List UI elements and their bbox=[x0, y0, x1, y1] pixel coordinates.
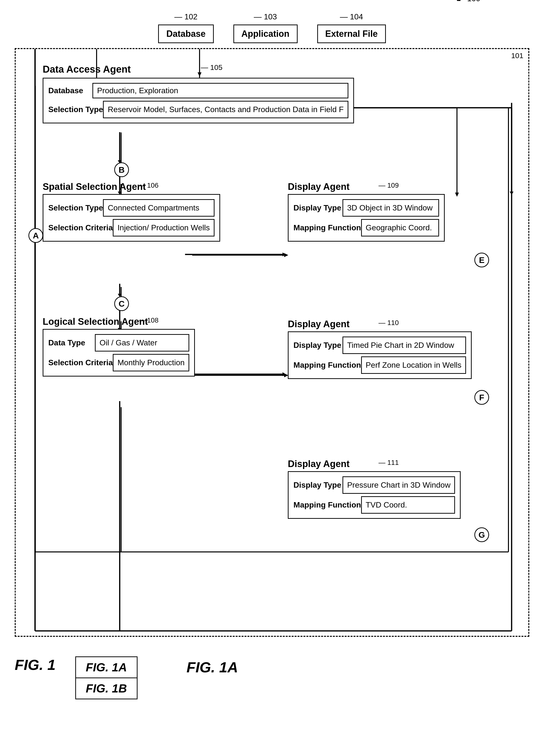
spatial-agent-box: Selection Type Connected Compartments Se… bbox=[43, 194, 220, 242]
la-label-criteria: Selection Criteria bbox=[48, 354, 113, 371]
ref-102: — 102 bbox=[174, 12, 197, 21]
la-label-datatype: Data Type bbox=[48, 334, 95, 352]
daa-row-seltype: Selection Type Reservoir Model, Surfaces… bbox=[48, 101, 348, 118]
la-value-datatype: Oil / Gas / Water bbox=[95, 334, 189, 352]
display-agent-111-box: Display Type Pressure Chart in 3D Window… bbox=[288, 471, 461, 519]
fig-box-group: FIG. 1A FIG. 1B bbox=[75, 656, 138, 699]
fig-main-label: FIG. 1 bbox=[15, 656, 56, 673]
ref-100-label: ↙ 100 bbox=[455, 0, 480, 4]
la-row-datatype: Data Type Oil / Gas / Water bbox=[48, 334, 189, 352]
display-agent-109-section: Display Agent — 109 Display Type 3D Obje… bbox=[288, 182, 445, 242]
da109-row-display: Display Type 3D Object in 3D Window bbox=[293, 199, 439, 217]
connector-b: B bbox=[114, 162, 129, 177]
logical-agent-box: Data Type Oil / Gas / Water Selection Cr… bbox=[43, 329, 195, 377]
da110-label-mapping: Mapping Function bbox=[293, 356, 361, 374]
display-agent-111-title: Display Agent bbox=[288, 459, 461, 469]
database-source-box: Database bbox=[158, 25, 214, 43]
sa-value-seltype: Connected Compartments bbox=[103, 199, 214, 217]
la-value-criteria: Monthly Production bbox=[113, 354, 189, 371]
connector-f: F bbox=[474, 390, 489, 405]
sa-row-seltype: Selection Type Connected Compartments bbox=[48, 199, 215, 217]
application-source-box: Application bbox=[234, 25, 297, 43]
connector-g: G bbox=[474, 527, 489, 542]
fig-section: FIG. 1 FIG. 1A FIG. 1B FIG. 1A bbox=[15, 656, 529, 699]
da110-value-display: Timed Pie Chart in 2D Window bbox=[342, 337, 466, 354]
page-wrapper: — 102 Database — 103 Application — 104 E… bbox=[15, 10, 529, 699]
sa-row-criteria: Selection Criteria Injection/ Production… bbox=[48, 219, 215, 236]
svg-marker-42 bbox=[510, 192, 514, 195]
da109-label-display: Display Type bbox=[293, 199, 342, 217]
display-agent-110-box: Display Type Timed Pie Chart in 2D Windo… bbox=[288, 331, 472, 379]
spatial-agent-ref: — 106 bbox=[138, 182, 159, 189]
main-dashed-container: 101 bbox=[15, 48, 529, 637]
da110-label-display: Display Type bbox=[293, 337, 342, 354]
svg-marker-19 bbox=[284, 253, 288, 257]
da110-row-mapping: Mapping Function Perf Zone Location in W… bbox=[293, 356, 466, 374]
daa-value-seltype: Reservoir Model, Surfaces, Contacts and … bbox=[103, 101, 348, 118]
svg-marker-44 bbox=[282, 252, 285, 256]
spatial-agent-section: Spatial Selection Agent — 106 Selection … bbox=[43, 182, 220, 242]
da109-value-display: 3D Object in 3D Window bbox=[342, 199, 439, 217]
ref-101-label: 101 bbox=[511, 52, 523, 60]
ref-104: — 104 bbox=[340, 12, 363, 21]
da111-row-mapping: Mapping Function TVD Coord. bbox=[293, 496, 455, 514]
daa-value-database: Production, Exploration bbox=[92, 83, 348, 98]
da109-value-mapping: Geographic Coord. bbox=[361, 219, 439, 236]
da111-value-mapping: TVD Coord. bbox=[361, 496, 455, 514]
da110-value-mapping: Perf Zone Location in Wells bbox=[361, 356, 466, 374]
display-agent-109-title: Display Agent bbox=[288, 182, 445, 192]
ref-103: — 103 bbox=[254, 12, 277, 21]
top-sources-row: — 102 Database — 103 Application — 104 E… bbox=[15, 10, 529, 43]
da111-value-display: Pressure Chart in 3D Window bbox=[342, 476, 455, 494]
da110-row-display: Display Type Timed Pie Chart in 2D Windo… bbox=[293, 337, 466, 354]
la-row-criteria: Selection Criteria Monthly Production bbox=[48, 354, 189, 371]
display-agent-111-ref: — 111 bbox=[378, 459, 399, 467]
svg-marker-17 bbox=[455, 193, 459, 197]
connector-e: E bbox=[474, 253, 489, 267]
daa-label-database: Database bbox=[48, 86, 92, 95]
data-access-agent-box: Database Production, Exploration Selecti… bbox=[43, 78, 354, 123]
external-file-source-box: External File bbox=[317, 25, 386, 43]
fig-1a-standalone-label: FIG. 1A bbox=[187, 659, 238, 676]
display-agent-109-box: Display Type 3D Object in 3D Window Mapp… bbox=[288, 194, 445, 242]
daa-row-database: Database Production, Exploration bbox=[48, 83, 348, 98]
daa-label-seltype: Selection Type bbox=[48, 101, 103, 118]
connector-c: C bbox=[114, 296, 129, 311]
logical-agent-ref: — 108 bbox=[138, 316, 159, 324]
display-agent-111-section: Display Agent — 111 Display Type Pressur… bbox=[288, 459, 461, 519]
logical-agent-title: Logical Selection Agent bbox=[43, 316, 195, 327]
spatial-agent-title: Spatial Selection Agent bbox=[43, 182, 220, 192]
data-access-agent-section: Data Access Agent Database Production, E… bbox=[43, 64, 354, 123]
da109-label-mapping: Mapping Function bbox=[293, 219, 361, 236]
sa-label-seltype: Selection Type bbox=[48, 199, 103, 217]
sa-value-criteria: Injection/ Production Wells bbox=[113, 219, 214, 236]
logical-agent-section: Logical Selection Agent — 108 Data Type … bbox=[43, 316, 195, 377]
fig-box-item-1b: FIG. 1B bbox=[76, 678, 137, 699]
display-agent-110-ref: — 110 bbox=[378, 319, 399, 327]
connector-a: A bbox=[28, 228, 43, 243]
fig-box-item-1a: FIG. 1A bbox=[76, 657, 137, 678]
da109-row-mapping: Mapping Function Geographic Coord. bbox=[293, 219, 439, 236]
sa-label-criteria: Selection Criteria bbox=[48, 219, 113, 236]
da111-row-display: Display Type Pressure Chart in 3D Window bbox=[293, 476, 455, 494]
svg-marker-46 bbox=[282, 372, 285, 376]
da111-label-mapping: Mapping Function bbox=[293, 496, 361, 514]
da111-label-display: Display Type bbox=[293, 476, 342, 494]
display-agent-109-ref: — 109 bbox=[378, 182, 399, 189]
display-agent-110-section: Display Agent — 110 Display Type Timed P… bbox=[288, 319, 472, 379]
data-access-agent-title: Data Access Agent bbox=[43, 64, 354, 75]
